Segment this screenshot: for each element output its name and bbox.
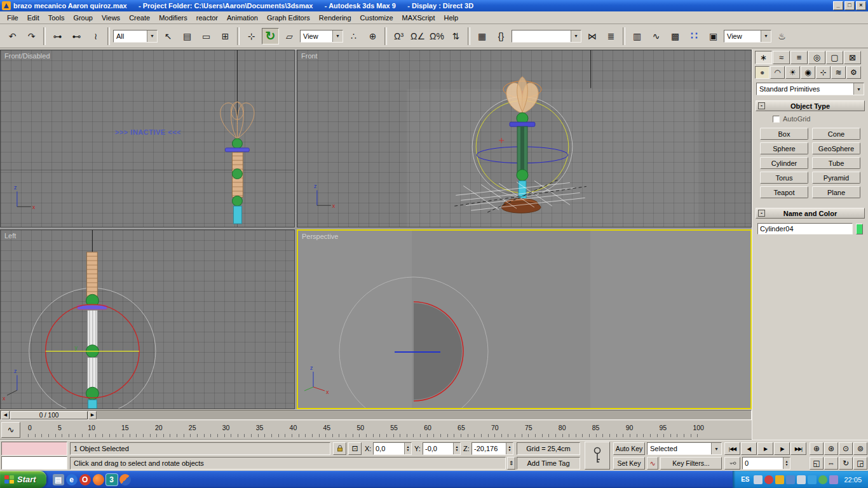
bind-to-space-warp-icon[interactable]: ≀ (87, 28, 104, 44)
select-object-icon[interactable]: ↖ (159, 28, 177, 44)
tray-antivirus-icon[interactable] (764, 475, 773, 484)
time-slider[interactable]: ◀ 0 / 100 ▶ (0, 410, 752, 420)
select-by-name-icon[interactable]: ▤ (179, 28, 196, 44)
start-button[interactable]: Start (0, 471, 46, 488)
tray-display-icon[interactable] (808, 475, 817, 484)
3dsmax-quicklaunch-icon[interactable]: 3 (106, 474, 118, 485)
tray-volume-icon[interactable] (797, 475, 806, 484)
use-pivot-point-center-icon[interactable]: ∴ (345, 28, 362, 44)
snap-toggle-3d-icon[interactable]: Ω³ (390, 28, 407, 44)
show-desktop-icon[interactable]: ▤ (53, 474, 64, 485)
tab-utilities-icon[interactable]: ⊠ (844, 51, 861, 64)
menu-item[interactable]: Tools (44, 12, 69, 24)
zoom-icon[interactable]: ⊕ (810, 442, 824, 455)
opera-icon[interactable]: O (79, 474, 91, 485)
viewport-front[interactable]: z x Front (297, 50, 752, 227)
tab-create-icon[interactable]: ∗ (755, 51, 772, 64)
add-time-tag-button[interactable]: Add Time Tag (517, 457, 580, 470)
viewport-front-disabled[interactable]: z x Front/Disabled >>> INACTIVE <<< (0, 50, 295, 227)
menu-item[interactable]: MAXScript (398, 12, 440, 24)
dropdown-arrow-icon[interactable]: ▼ (761, 30, 771, 42)
minimize-button[interactable]: _ (833, 1, 843, 10)
select-and-link-icon[interactable]: ⊶ (49, 28, 66, 44)
coord-y-spinner[interactable]: ▲▼ (453, 443, 460, 454)
previous-frame-button[interactable]: ◀| (741, 442, 757, 455)
name-color-rollout-header[interactable]: - Name and Color (756, 208, 865, 219)
category-systems-icon[interactable]: ⚙ (846, 66, 861, 79)
object-type-button[interactable]: Plane (812, 186, 860, 198)
dropdown-arrow-icon[interactable]: ▼ (853, 83, 864, 95)
dropdown-arrow-icon[interactable]: ▼ (147, 30, 157, 42)
dropdown-arrow-icon[interactable]: ▼ (571, 30, 581, 42)
autogrid-checkbox[interactable] (773, 116, 780, 123)
select-and-move-icon[interactable]: ⊹ (243, 28, 260, 44)
tab-motion-icon[interactable]: ◎ (808, 51, 825, 64)
menu-item[interactable]: Customize (356, 12, 398, 24)
object-type-button[interactable]: Box (760, 128, 808, 140)
material-editor-icon[interactable]: ∷ (686, 28, 703, 44)
object-type-button[interactable]: Teapot (760, 186, 808, 198)
zoom-extents-all-icon[interactable]: ⊚ (853, 442, 867, 455)
tray-update-icon[interactable] (775, 475, 784, 484)
category-shapes-icon[interactable]: ◠ (770, 66, 785, 79)
undo-icon[interactable]: ↶ (4, 28, 21, 44)
tray-messenger-icon[interactable] (818, 475, 827, 484)
auto-key-button[interactable]: Auto Key (613, 442, 645, 455)
internet-explorer-icon[interactable]: e (66, 474, 78, 485)
viewport-perspective[interactable]: z x Perspective (297, 229, 752, 409)
menu-item[interactable]: File (3, 12, 23, 24)
prompt-panel-toggle-icon[interactable]: ⇕ (507, 457, 515, 470)
percent-snap-icon[interactable]: Ω% (428, 28, 445, 44)
category-spacewarps-icon[interactable]: ≋ (831, 66, 846, 79)
redo-icon[interactable]: ↷ (23, 28, 40, 44)
coord-y-input[interactable]: -0,0 ▲▼ (423, 442, 461, 455)
time-slider-handle[interactable]: 0 / 100 (10, 411, 88, 419)
zoom-extents-icon[interactable]: ⊙ (839, 442, 853, 455)
coord-z-spinner[interactable]: ▲▼ (506, 443, 513, 454)
unlink-selection-icon[interactable]: ⊷ (68, 28, 85, 44)
object-color-swatch[interactable] (856, 224, 863, 234)
tab-modify-icon[interactable]: ≈ (773, 51, 790, 64)
previous-frame-nudge[interactable]: ◀ (1, 411, 10, 419)
current-frame-input[interactable]: 0 ▲▼ (742, 457, 790, 470)
menu-item[interactable]: Group (69, 12, 97, 24)
tab-display-icon[interactable]: ▢ (826, 51, 843, 64)
menu-item[interactable]: Edit (23, 12, 44, 24)
mirror-icon[interactable]: ⋈ (583, 28, 600, 44)
selection-lock-button[interactable] (333, 442, 346, 455)
select-and-manipulate-icon[interactable]: ⊕ (364, 28, 381, 44)
set-keys-button[interactable] (585, 442, 610, 470)
tab-hierarchy-icon[interactable]: ≡ (790, 51, 808, 64)
quick-render-icon[interactable]: ♨ (773, 28, 790, 44)
render-scene-icon[interactable]: ▣ (705, 28, 722, 44)
primitive-category-dropdown[interactable]: Standard Primitives ▼ (756, 83, 864, 95)
category-geometry-icon[interactable]: ● (755, 66, 770, 79)
menu-item[interactable]: Views (97, 12, 125, 24)
media-player-icon[interactable] (119, 474, 131, 485)
coord-x-spinner[interactable]: ▲▼ (404, 443, 411, 454)
rectangular-selection-region-icon[interactable]: ▭ (198, 28, 215, 44)
next-frame-nudge[interactable]: ▶ (88, 411, 97, 419)
menu-item[interactable]: Help (440, 12, 463, 24)
angle-snap-icon[interactable]: Ω∠ (409, 28, 426, 44)
menu-item[interactable]: Create (125, 12, 154, 24)
coord-z-input[interactable]: -20,176 ▲▼ (471, 442, 513, 455)
default-in-out-tangent-icon[interactable]: ∿ (647, 457, 658, 470)
maximize-button[interactable]: □ (844, 1, 855, 10)
menu-item[interactable]: reactor (192, 12, 222, 24)
language-indicator[interactable]: ES (741, 476, 751, 483)
maxscript-mini-listener-input[interactable] (1, 456, 67, 470)
close-button[interactable]: × (856, 1, 866, 10)
viewport-label-perspective[interactable]: Perspective (302, 233, 338, 240)
render-type-dropdown[interactable]: View ▼ (724, 30, 771, 43)
named-selection-sets-icon[interactable]: {} (492, 28, 510, 44)
reference-coordsys-dropdown[interactable]: View ▼ (300, 30, 343, 43)
go-to-end-button[interactable]: ▶▶| (790, 442, 806, 455)
spinner-snap-icon[interactable]: ⇅ (447, 28, 465, 44)
layer-manager-icon[interactable]: ▥ (628, 28, 646, 44)
pan-icon[interactable]: ⇔ (824, 457, 838, 470)
collapse-icon[interactable]: - (758, 102, 765, 109)
zoom-all-icon[interactable]: ⊛ (824, 442, 838, 455)
window-crossing-icon[interactable]: ⊞ (217, 28, 234, 44)
object-name-input[interactable] (757, 223, 853, 234)
